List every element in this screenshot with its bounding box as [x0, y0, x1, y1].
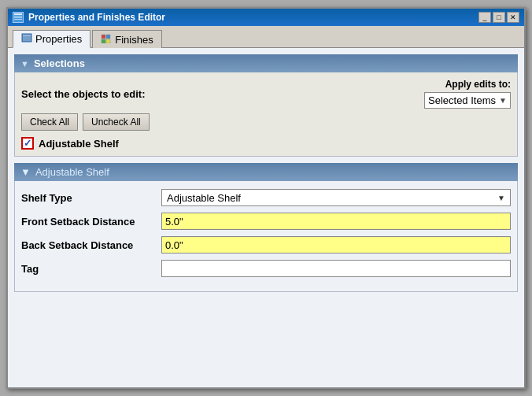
tab-finishes[interactable]: Finishes	[92, 30, 161, 48]
selections-section: ▼ Selections Select the objects to edit:…	[14, 54, 518, 157]
shelf-type-label: Shelf Type	[21, 192, 155, 204]
back-setback-label: Back Setback Distance	[21, 239, 155, 251]
shelf-type-row: Shelf Type Adjustable Shelf ▼	[21, 189, 511, 206]
item-checkbox-row: ✓ Adjustable Shelf	[21, 137, 511, 150]
bottom-area	[14, 297, 518, 387]
svg-rect-9	[102, 35, 105, 39]
svg-rect-0	[14, 13, 22, 15]
title-bar-left: Properties and Finishes Editor	[13, 12, 165, 23]
svg-rect-3	[14, 19, 22, 20]
finishes-tab-icon	[101, 34, 112, 46]
svg-rect-10	[106, 35, 110, 39]
tag-input[interactable]	[161, 260, 511, 277]
properties-body: Shelf Type Adjustable Shelf ▼ Front Setb…	[14, 181, 518, 292]
back-setback-row: Back Setback Distance	[21, 236, 511, 254]
properties-header: ▼ Adjustable Shelf	[14, 163, 518, 181]
select-objects-row: Select the objects to edit: Apply edits …	[21, 79, 511, 109]
tag-row: Tag	[21, 260, 511, 277]
tab-bar: Properties Finishes	[8, 26, 524, 48]
properties-tab-label: Properties	[35, 33, 82, 45]
svg-rect-12	[106, 39, 110, 43]
selections-collapse-icon[interactable]: ▼	[20, 59, 29, 68]
title-bar: Properties and Finishes Editor _ □ ✕	[8, 9, 524, 26]
shelf-type-arrow: ▼	[497, 194, 505, 202]
shelf-type-dropdown[interactable]: Adjustable Shelf ▼	[161, 189, 511, 206]
front-setback-row: Front Setback Distance	[21, 213, 511, 230]
main-window: Properties and Finishes Editor _ □ ✕ Pro…	[6, 7, 526, 389]
selections-body: Select the objects to edit: Apply edits …	[14, 72, 518, 157]
front-setback-label: Front Setback Distance	[21, 216, 155, 228]
tab-properties[interactable]: Properties	[13, 30, 91, 48]
item-checkbox[interactable]: ✓	[21, 137, 34, 150]
selections-header-label: Selections	[34, 57, 85, 69]
front-setback-input[interactable]	[161, 213, 511, 230]
window-icon	[13, 12, 24, 23]
window-title: Properties and Finishes Editor	[28, 12, 165, 23]
apply-edits-section: Apply edits to: Selected Items ▼	[424, 79, 511, 109]
buttons-row: Check All Uncheck All	[21, 113, 511, 131]
properties-tab-icon	[21, 33, 32, 45]
select-objects-label: Select the objects to edit:	[21, 88, 145, 100]
apply-edits-label: Apply edits to:	[445, 79, 511, 90]
apply-edits-dropdown[interactable]: Selected Items ▼	[424, 92, 511, 109]
properties-collapse-icon[interactable]: ▼	[20, 166, 31, 178]
back-setback-input[interactable]	[161, 236, 511, 254]
properties-header-label: Adjustable Shelf	[35, 166, 109, 178]
selections-header: ▼ Selections	[14, 54, 518, 72]
apply-edits-arrow: ▼	[499, 96, 507, 105]
content-area: ▼ Selections Select the objects to edit:…	[8, 48, 524, 387]
check-all-button[interactable]: Check All	[21, 113, 78, 131]
checkbox-check-mark: ✓	[24, 139, 31, 148]
window-controls: _ □ ✕	[478, 12, 519, 23]
svg-rect-5	[23, 35, 31, 36]
properties-section: ▼ Adjustable Shelf Shelf Type Adjustable…	[14, 163, 518, 292]
minimize-button[interactable]: _	[478, 12, 491, 23]
uncheck-all-button[interactable]: Uncheck All	[83, 113, 150, 131]
svg-rect-2	[14, 17, 22, 18]
svg-rect-1	[14, 16, 22, 17]
shelf-type-value: Adjustable Shelf	[167, 192, 241, 204]
close-button[interactable]: ✕	[507, 12, 519, 23]
item-checkbox-label: Adjustable Shelf	[39, 138, 119, 150]
maximize-button[interactable]: □	[493, 12, 505, 23]
svg-rect-11	[102, 39, 105, 43]
apply-edits-value: Selected Items	[428, 94, 496, 106]
finishes-tab-label: Finishes	[115, 34, 153, 46]
tag-label: Tag	[21, 263, 155, 275]
